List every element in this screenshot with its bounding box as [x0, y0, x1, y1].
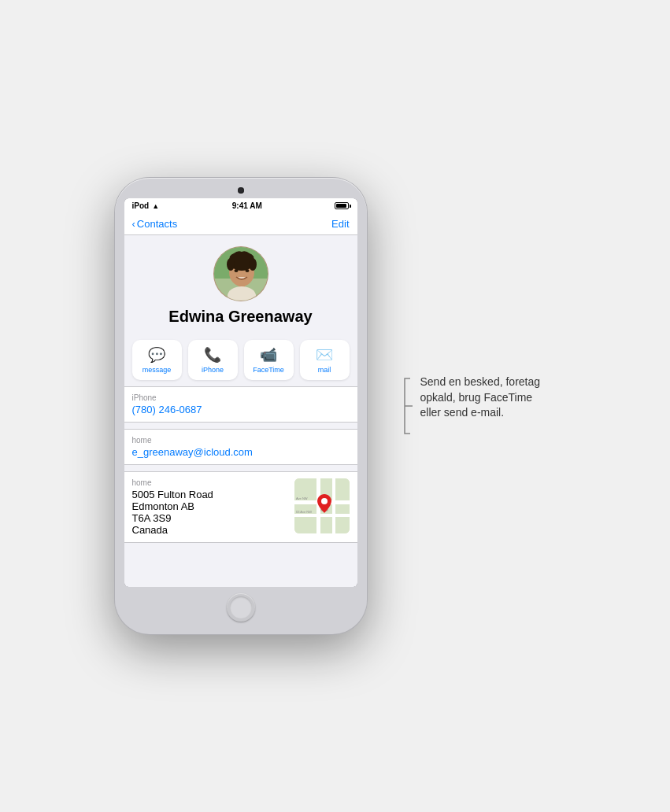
svg-rect-14 — [332, 478, 335, 533]
address-row[interactable]: home 5005 Fulton Road Edmonton AB T6A 3S… — [124, 472, 357, 542]
battery-icon — [335, 202, 349, 209]
screen-bezel: iPod ▲ 9:41 AM ‹ Contacts — [124, 198, 357, 587]
message-icon: 💬 — [148, 346, 165, 364]
status-left: iPod ▲ — [132, 201, 160, 210]
screen: iPod ▲ 9:41 AM ‹ Contacts — [124, 198, 357, 587]
front-camera — [238, 187, 244, 194]
address-line2: Edmonton AB — [132, 500, 288, 512]
battery-fill — [336, 204, 346, 208]
avatar — [213, 246, 268, 301]
home-button[interactable] — [227, 593, 255, 622]
svg-point-6 — [234, 269, 238, 272]
address-line3: T6A 3S9 — [132, 512, 288, 524]
annotation-text: Send en besked, foretag opkald, brug Fac… — [420, 375, 556, 421]
bracket — [398, 375, 414, 437]
contact-name: Edwina Greenaway — [168, 308, 312, 326]
address-section: home 5005 Fulton Road Edmonton AB T6A 3S… — [124, 471, 357, 543]
email-row[interactable]: home e_greenaway@icloud.com — [124, 430, 357, 464]
phone-field-label: iPhone — [132, 393, 350, 402]
mail-button[interactable]: ✉️ mail — [300, 340, 350, 380]
wifi-icon: ▲ — [152, 202, 159, 210]
email-address[interactable]: e_greenaway@icloud.com — [132, 446, 350, 458]
mail-label: mail — [318, 366, 331, 374]
svg-rect-21 — [294, 517, 316, 533]
facetime-icon: 📹 — [260, 346, 277, 364]
bracket-svg — [398, 375, 414, 437]
home-button-inner — [230, 596, 252, 618]
map-thumbnail[interactable]: Ave NW 03 Ave NW — [294, 478, 350, 533]
ipod-device: iPod ▲ 9:41 AM ‹ Contacts — [115, 178, 367, 634]
phone-label: iPhone — [202, 366, 224, 374]
svg-text:03 Ave NW: 03 Ave NW — [296, 510, 312, 514]
contact-content: Edwina Greenaway 💬 message 📞 iPhone — [124, 235, 357, 587]
phone-button[interactable]: 📞 iPhone — [188, 340, 238, 380]
email-field-label: home — [132, 436, 350, 445]
mail-icon: ✉️ — [316, 346, 333, 364]
avatar-section: Edwina Greenaway — [124, 235, 357, 334]
status-time: 9:41 AM — [232, 201, 262, 210]
back-button[interactable]: ‹ Contacts — [132, 218, 178, 230]
svg-point-7 — [245, 269, 249, 272]
message-label: message — [143, 366, 172, 374]
facetime-label: FaceTime — [253, 366, 284, 374]
annotation: Send en besked, foretag opkald, brug Fac… — [398, 375, 556, 437]
carrier-label: iPod — [132, 201, 150, 210]
navigation-bar: ‹ Contacts Edit — [124, 213, 357, 235]
back-label: Contacts — [137, 218, 177, 230]
message-button[interactable]: 💬 message — [132, 340, 182, 380]
phone-row[interactable]: iPhone (780) 246-0687 — [124, 387, 357, 422]
scene: iPod ▲ 9:41 AM ‹ Contacts — [115, 178, 556, 634]
status-bar: iPod ▲ 9:41 AM — [124, 198, 357, 213]
svg-rect-20 — [335, 504, 350, 514]
svg-text:Ave NW: Ave NW — [296, 496, 308, 500]
edit-button[interactable]: Edit — [331, 218, 349, 230]
svg-rect-17 — [335, 478, 350, 500]
phone-icon: 📞 — [204, 346, 221, 364]
phone-number[interactable]: (780) 246-0687 — [132, 404, 350, 415]
svg-rect-23 — [335, 517, 350, 533]
phone-section: iPhone (780) 246-0687 — [124, 386, 357, 423]
address-line4: Canada — [132, 524, 288, 536]
status-right — [335, 202, 349, 209]
address-line1: 5005 Fulton Road — [132, 489, 288, 500]
action-buttons-row: 💬 message 📞 iPhone 📹 FaceTime ✉️ — [124, 334, 357, 386]
svg-rect-22 — [320, 517, 332, 533]
svg-point-27 — [321, 498, 328, 504]
address-text: home 5005 Fulton Road Edmonton AB T6A 3S… — [132, 478, 288, 536]
svg-rect-12 — [294, 514, 350, 517]
chevron-left-icon: ‹ — [132, 218, 135, 230]
address-label: home — [132, 478, 288, 487]
email-section: home e_greenaway@icloud.com — [124, 429, 357, 465]
facetime-button[interactable]: 📹 FaceTime — [244, 340, 294, 380]
